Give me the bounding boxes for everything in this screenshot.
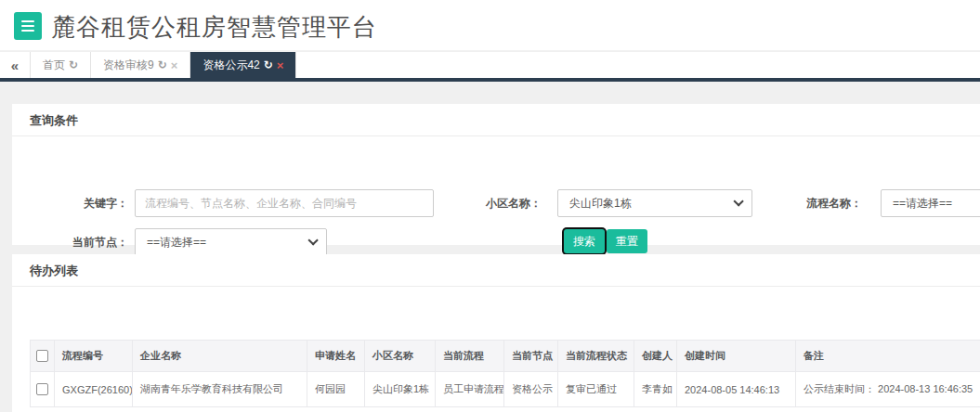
- refresh-icon[interactable]: ↻: [69, 58, 78, 71]
- column-header: 小区名称: [365, 341, 436, 372]
- table-cell: 李青如: [634, 372, 677, 407]
- community-select[interactable]: 尖山印象1栋: [557, 189, 752, 217]
- tab-home[interactable]: 首页 ↻: [31, 52, 91, 78]
- table-cell: 公示结束时间： 2024-08-13 16:46:35: [796, 372, 980, 407]
- app-title: 麓谷租赁公租房智慧管理平台: [51, 11, 377, 44]
- table-header-row: 流程编号企业名称申请姓名小区名称当前流程当前节点当前流程状态创建人创建时间备注: [31, 341, 980, 372]
- table-cell: 湖南青年乐学教育科技有限公司: [133, 372, 307, 407]
- table-cell: 员工申请流程: [436, 372, 504, 407]
- todo-table-wrap: 流程编号企业名称申请姓名小区名称当前流程当前节点当前流程状态创建人创建时间备注 …: [30, 340, 980, 407]
- close-tab-icon[interactable]: ×: [277, 59, 284, 71]
- table-cell: 何园园: [307, 372, 365, 407]
- column-header: 流程编号: [55, 341, 133, 372]
- column-header: 备注: [796, 341, 980, 372]
- app-window: 麓谷租赁公租房智慧管理平台 « 首页 ↻ 资格审核9 ↻ × 资格公示42 ↻ …: [0, 0, 980, 412]
- row-checkbox[interactable]: [36, 383, 48, 395]
- node-label: 当前节点：: [12, 235, 128, 251]
- table-cell: GXGZF(26160): [55, 372, 133, 407]
- column-header: 当前流程: [436, 341, 504, 372]
- process-label: 流程名称：: [732, 196, 862, 212]
- table-row: GXGZF(26160)湖南青年乐学教育科技有限公司何园园尖山印象1栋员工申请流…: [31, 372, 980, 407]
- column-header: 申请姓名: [307, 341, 365, 372]
- close-tab-icon[interactable]: ×: [171, 59, 178, 71]
- todo-panel: 待办列表 流程编号企业名称申请姓名小区名称当前流程当前节点当前流程状态创建人创建…: [12, 254, 980, 412]
- table-cell: 2024-08-05 14:46:13: [677, 372, 796, 407]
- keyword-label: 关键字：: [12, 196, 128, 212]
- query-panel-title: 查询条件: [12, 104, 980, 136]
- column-header: 当前流程状态: [558, 341, 634, 372]
- hamburger-icon: [21, 20, 34, 32]
- refresh-icon[interactable]: ↻: [158, 58, 167, 71]
- column-header: 创建时间: [677, 341, 796, 372]
- reset-button[interactable]: 重置: [607, 229, 647, 253]
- column-header: 创建人: [634, 341, 677, 372]
- keyword-input[interactable]: [135, 189, 434, 217]
- todo-table: 流程编号企业名称申请姓名小区名称当前流程当前节点当前流程状态创建人创建时间备注 …: [30, 340, 980, 407]
- chevron-down-icon: [307, 235, 318, 245]
- refresh-icon[interactable]: ↻: [264, 58, 273, 71]
- query-form: 关键字： 小区名称： 尖山印象1栋 流程名称： ==请选择== 当前节点： ==…: [12, 136, 980, 245]
- search-button[interactable]: 搜索: [564, 229, 605, 253]
- tab-qualification-review[interactable]: 资格审核9 ↻ ×: [91, 52, 190, 78]
- table-cell: 资格公示: [504, 372, 558, 407]
- app-header: 麓谷租赁公租房智慧管理平台: [0, 0, 980, 51]
- tab-bar: « 首页 ↻ 资格审核9 ↻ × 资格公示42 ↻ ×: [0, 52, 980, 82]
- select-value: ==请选择==: [893, 196, 980, 212]
- select-value: ==请选择==: [147, 235, 307, 251]
- tab-label: 资格公示42: [203, 58, 259, 73]
- menu-toggle-button[interactable]: [14, 12, 42, 40]
- select-all-checkbox[interactable]: [36, 350, 48, 362]
- tab-qualification-publicity[interactable]: 资格公示42 ↻ ×: [190, 52, 296, 78]
- todo-panel-title: 待办列表: [12, 254, 980, 287]
- community-label: 小区名称：: [412, 196, 542, 212]
- column-header: 企业名称: [133, 341, 307, 372]
- double-chevron-left-icon: «: [11, 58, 19, 73]
- node-select[interactable]: ==请选择==: [135, 228, 327, 256]
- query-panel: 查询条件 关键字： 小区名称： 尖山印象1栋 流程名称： ==请选择== 当前节…: [12, 104, 980, 245]
- table-cell: 复审已通过: [558, 372, 634, 407]
- collapse-tabs-button[interactable]: «: [0, 52, 31, 78]
- tab-label: 首页: [43, 58, 65, 73]
- select-value: 尖山印象1栋: [569, 196, 733, 212]
- process-select[interactable]: ==请选择==: [881, 189, 980, 217]
- tab-label: 资格审核9: [103, 58, 154, 73]
- column-header: 当前节点: [504, 341, 558, 372]
- table-cell: 尖山印象1栋: [365, 372, 436, 407]
